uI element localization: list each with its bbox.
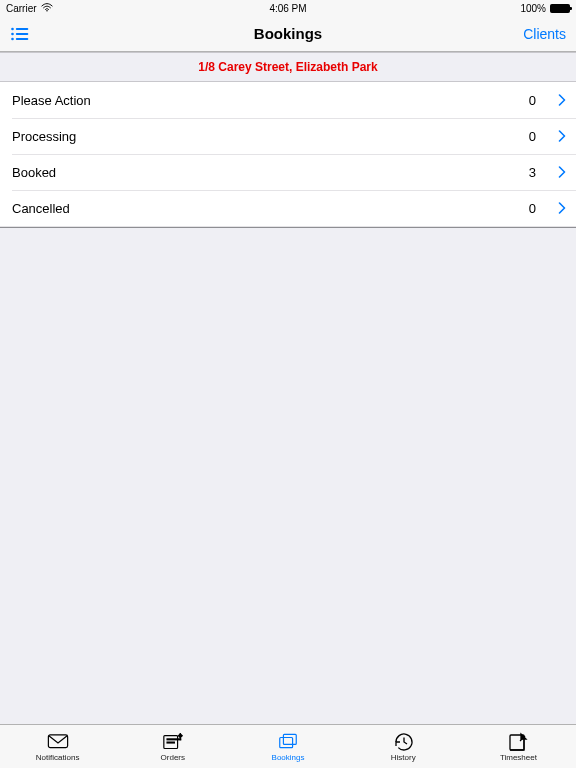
tab-notifications[interactable]: Notifications — [0, 725, 115, 768]
wifi-icon — [41, 3, 53, 14]
row-booked[interactable]: Booked 3 — [0, 154, 576, 190]
booking-status-list: Please Action 0 Processing 0 Booked 3 Ca… — [0, 82, 576, 228]
svg-rect-12 — [283, 735, 296, 745]
page-title: Bookings — [254, 25, 322, 42]
tab-orders[interactable]: Orders — [115, 725, 230, 768]
svg-rect-11 — [280, 738, 293, 748]
timesheet-icon — [507, 732, 529, 752]
row-label: Booked — [12, 165, 529, 180]
status-time: 4:06 PM — [269, 3, 306, 14]
chevron-right-icon — [558, 166, 566, 178]
tab-label: Orders — [161, 753, 185, 762]
svg-rect-9 — [167, 739, 181, 740]
carrier-label: Carrier — [6, 3, 37, 14]
row-count: 3 — [529, 165, 536, 180]
envelope-icon — [47, 732, 69, 752]
tab-label: Bookings — [272, 753, 305, 762]
bookings-icon — [277, 732, 299, 752]
svg-rect-2 — [16, 28, 29, 30]
nav-bar: Bookings Clients — [0, 16, 576, 52]
row-count: 0 — [529, 201, 536, 216]
clients-button[interactable]: Clients — [523, 26, 566, 42]
row-please-action[interactable]: Please Action 0 — [0, 82, 576, 118]
status-left: Carrier — [6, 3, 53, 14]
svg-point-1 — [11, 27, 14, 30]
history-icon — [392, 732, 414, 752]
row-processing[interactable]: Processing 0 — [0, 118, 576, 154]
screen: Carrier 4:06 PM 100% Bo — [0, 0, 576, 768]
svg-point-0 — [46, 9, 48, 11]
row-count: 0 — [529, 129, 536, 144]
nav-left — [10, 26, 30, 42]
chevron-right-icon — [558, 202, 566, 214]
section-title: 1/8 Carey Street, Elizabeth Park — [198, 60, 377, 74]
svg-point-5 — [11, 37, 14, 40]
chevron-right-icon — [558, 130, 566, 142]
svg-rect-10 — [167, 742, 174, 743]
row-cancelled[interactable]: Cancelled 0 — [0, 190, 576, 226]
tab-timesheet[interactable]: Timesheet — [461, 725, 576, 768]
svg-point-3 — [11, 32, 14, 35]
list-menu-icon[interactable] — [10, 26, 30, 42]
chevron-right-icon — [558, 94, 566, 106]
row-label: Please Action — [12, 93, 529, 108]
tab-label: Timesheet — [500, 753, 537, 762]
orders-icon — [162, 732, 184, 752]
status-bar: Carrier 4:06 PM 100% — [0, 0, 576, 16]
status-right: 100% — [520, 3, 570, 14]
svg-rect-6 — [16, 38, 29, 40]
row-count: 0 — [529, 93, 536, 108]
tab-bookings[interactable]: Bookings — [230, 725, 345, 768]
nav-right: Clients — [523, 26, 566, 42]
content-background — [0, 228, 576, 724]
row-label: Cancelled — [12, 201, 529, 216]
tab-label: Notifications — [36, 753, 80, 762]
svg-rect-4 — [16, 33, 29, 35]
section-header: 1/8 Carey Street, Elizabeth Park — [0, 52, 576, 82]
svg-rect-7 — [48, 735, 67, 748]
tab-bar: Notifications Orders Bookings History Ti — [0, 724, 576, 768]
battery-icon — [550, 4, 570, 13]
row-label: Processing — [12, 129, 529, 144]
battery-label: 100% — [520, 3, 546, 14]
tab-label: History — [391, 753, 416, 762]
tab-history[interactable]: History — [346, 725, 461, 768]
